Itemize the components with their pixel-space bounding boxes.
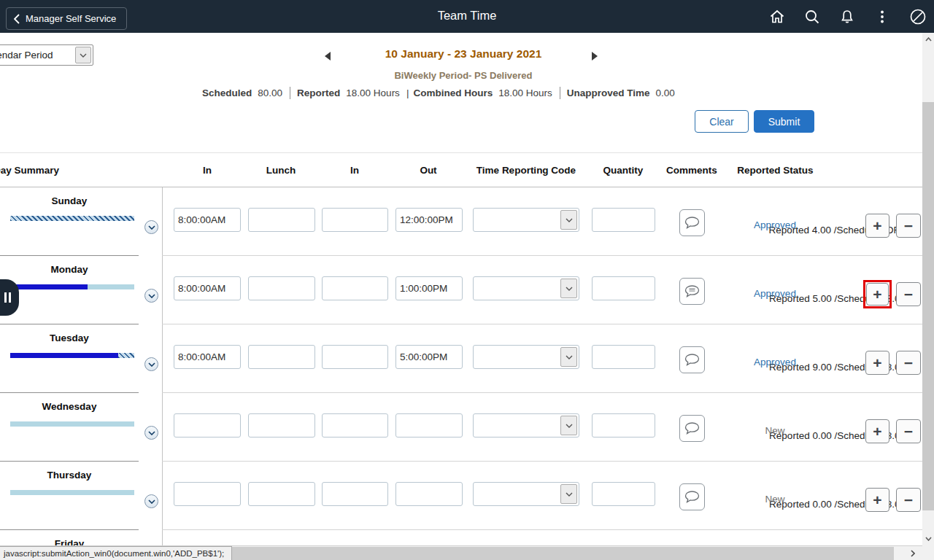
back-button[interactable]: Manager Self Service bbox=[6, 7, 127, 30]
delete-row-button[interactable]: − bbox=[896, 282, 921, 306]
stat-label: Scheduled bbox=[202, 88, 252, 98]
more-actions-icon bbox=[873, 8, 891, 26]
reported-status[interactable]: Approved bbox=[730, 288, 820, 299]
lunch-out-input[interactable] bbox=[248, 482, 315, 506]
time-in2-input[interactable] bbox=[322, 413, 388, 438]
grid-row-border bbox=[162, 529, 922, 530]
quantity-input[interactable] bbox=[592, 345, 655, 369]
comments-button[interactable] bbox=[679, 346, 705, 373]
grid-row-border bbox=[162, 324, 922, 324]
day-separator bbox=[0, 255, 139, 256]
home-icon bbox=[768, 8, 786, 26]
reported-status: New bbox=[730, 494, 820, 505]
stat-label: Combined Hours bbox=[413, 88, 493, 98]
scroll-up-icon[interactable] bbox=[922, 34, 934, 44]
navbar-compass-icon bbox=[908, 7, 927, 26]
day-progress-bar bbox=[10, 284, 134, 289]
expand-row-button[interactable] bbox=[144, 426, 158, 440]
col-header-reported-status: Reported Status bbox=[730, 165, 821, 176]
select-arrow-icon bbox=[560, 210, 577, 230]
delete-row-button[interactable]: − bbox=[896, 488, 921, 512]
reported-status[interactable]: Approved bbox=[730, 357, 820, 368]
clear-button[interactable]: Clear bbox=[695, 110, 749, 133]
time-out-input[interactable] bbox=[395, 413, 463, 438]
trc-select[interactable] bbox=[473, 208, 579, 232]
submit-button[interactable]: Submit bbox=[754, 110, 814, 133]
delete-row-button[interactable]: − bbox=[896, 419, 921, 443]
side-panel-handle[interactable] bbox=[0, 279, 19, 316]
time-in-input[interactable] bbox=[174, 208, 241, 232]
quantity-input[interactable] bbox=[592, 208, 655, 232]
select-arrow-icon bbox=[560, 484, 577, 504]
vertical-scrollbar-thumb[interactable] bbox=[922, 102, 934, 510]
progress-fill bbox=[10, 353, 118, 358]
back-chevron-icon bbox=[14, 14, 20, 24]
expand-row-button[interactable] bbox=[144, 494, 158, 508]
stat-label: Unapproved Time bbox=[567, 88, 650, 98]
time-in-input[interactable] bbox=[174, 345, 241, 369]
add-row-highlight: + bbox=[863, 280, 892, 308]
next-period-button[interactable] bbox=[587, 50, 601, 62]
add-row-button[interactable]: + bbox=[865, 214, 889, 238]
trc-select[interactable] bbox=[473, 276, 579, 300]
trc-select[interactable] bbox=[473, 413, 579, 438]
lunch-out-input[interactable] bbox=[248, 345, 315, 369]
delete-row-button[interactable]: − bbox=[896, 214, 921, 238]
trc-select[interactable] bbox=[473, 482, 579, 506]
grid-row-border bbox=[162, 392, 922, 393]
add-row-button[interactable]: + bbox=[865, 351, 889, 375]
time-in-input[interactable] bbox=[174, 413, 241, 438]
trc-select[interactable] bbox=[473, 345, 579, 369]
home-button[interactable] bbox=[768, 8, 787, 26]
time-in-input[interactable] bbox=[174, 276, 241, 300]
stat-value: 0.00 bbox=[655, 88, 674, 98]
add-row-button[interactable]: + bbox=[865, 488, 889, 512]
calendar-period-select[interactable]: Calendar Period bbox=[0, 44, 93, 66]
time-out-input[interactable] bbox=[395, 208, 463, 232]
stat-value: 80.00 bbox=[258, 88, 282, 98]
lunch-out-input[interactable] bbox=[248, 413, 315, 438]
day-progress-bar bbox=[10, 353, 134, 358]
quantity-input[interactable] bbox=[592, 413, 655, 438]
expand-row-button[interactable] bbox=[144, 289, 158, 303]
add-row-button[interactable]: + bbox=[865, 419, 889, 443]
comments-button[interactable] bbox=[679, 278, 705, 305]
lunch-out-input[interactable] bbox=[248, 276, 315, 300]
more-actions-button[interactable] bbox=[873, 8, 892, 26]
time-in2-input[interactable] bbox=[322, 482, 388, 506]
time-out-input[interactable] bbox=[395, 345, 463, 369]
comments-button[interactable] bbox=[679, 209, 705, 236]
time-in2-input[interactable] bbox=[322, 208, 388, 232]
quantity-input[interactable] bbox=[592, 482, 655, 506]
time-in-input[interactable] bbox=[174, 482, 241, 506]
stat-value: 18.00 Hours bbox=[498, 88, 552, 98]
expand-row-button[interactable] bbox=[144, 357, 158, 371]
chevron-down-icon bbox=[148, 362, 155, 367]
expand-row-button[interactable] bbox=[144, 220, 158, 234]
col-header-quantity: Quantity bbox=[597, 165, 649, 176]
time-out-input[interactable] bbox=[395, 482, 463, 506]
reported-status[interactable]: Approved bbox=[730, 219, 820, 230]
lunch-out-input[interactable] bbox=[248, 208, 315, 232]
day-label-sunday: Sunday bbox=[0, 195, 139, 206]
add-row-button[interactable]: + bbox=[866, 283, 889, 306]
comment-filled-icon bbox=[684, 284, 700, 298]
scrollbar-corner bbox=[922, 545, 934, 560]
scroll-down-icon[interactable] bbox=[922, 534, 934, 544]
scroll-right-icon[interactable] bbox=[908, 548, 918, 559]
delete-row-button[interactable]: − bbox=[896, 351, 921, 375]
navbar-button[interactable] bbox=[908, 8, 927, 26]
search-button[interactable] bbox=[803, 8, 822, 26]
notifications-button[interactable] bbox=[838, 8, 857, 26]
time-out-input[interactable] bbox=[395, 276, 463, 300]
stat-value: 18.00 Hours bbox=[346, 88, 400, 98]
day-separator bbox=[0, 461, 139, 462]
day-separator bbox=[0, 324, 139, 324]
vertical-scrollbar[interactable] bbox=[922, 33, 934, 545]
comments-button[interactable] bbox=[679, 483, 705, 510]
time-in2-input[interactable] bbox=[322, 345, 388, 369]
quantity-input[interactable] bbox=[592, 276, 655, 300]
comments-button[interactable] bbox=[679, 415, 705, 442]
time-in2-input[interactable] bbox=[322, 276, 388, 300]
calendar-period-value: Calendar Period bbox=[0, 50, 53, 61]
